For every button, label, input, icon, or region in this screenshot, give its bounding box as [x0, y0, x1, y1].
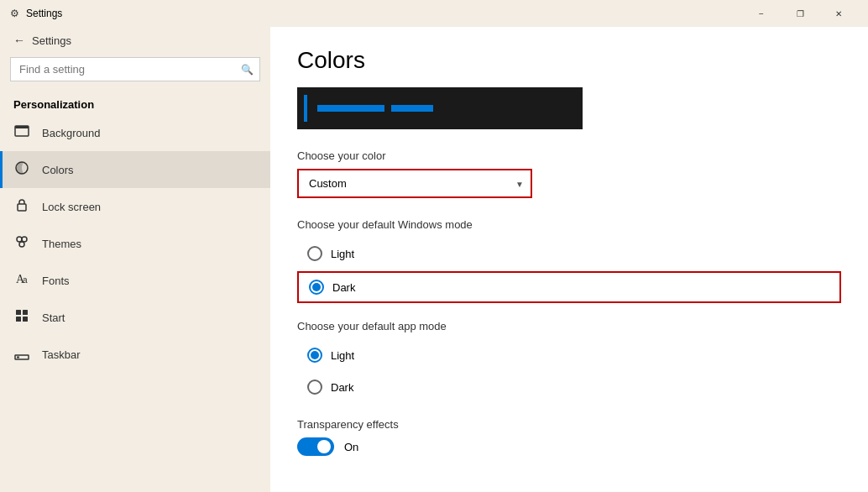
- preview-taskbar2: [391, 105, 433, 112]
- settings-icon: ⚙: [10, 8, 19, 19]
- sidebar-item-colors[interactable]: Colors: [0, 151, 270, 188]
- app-mode-radio-group: Light Dark: [297, 341, 841, 401]
- color-dropdown[interactable]: Custom Light Dark: [297, 169, 532, 198]
- sidebar-item-lock-screen[interactable]: Lock screen: [0, 188, 270, 225]
- windows-dark-option[interactable]: Dark: [297, 271, 841, 303]
- windows-light-option[interactable]: Light: [297, 239, 841, 268]
- lock-screen-icon: [13, 196, 30, 217]
- sidebar: ← Settings 🔍 Personalization Background …: [0, 27, 270, 492]
- svg-rect-14: [17, 357, 19, 359]
- windows-dark-label: Dark: [332, 281, 355, 294]
- svg-rect-10: [23, 310, 28, 315]
- transparency-section: Transparency effects On: [297, 418, 841, 456]
- back-button[interactable]: ← Settings: [0, 27, 270, 54]
- svg-rect-11: [16, 317, 21, 322]
- windows-light-radio[interactable]: [307, 246, 322, 261]
- app-dark-option[interactable]: Dark: [297, 373, 841, 401]
- sidebar-item-start[interactable]: Start: [0, 299, 270, 336]
- svg-point-4: [17, 237, 22, 242]
- windows-dark-radio[interactable]: [309, 280, 324, 295]
- sidebar-item-label: Background: [42, 127, 100, 139]
- minimize-button[interactable]: −: [742, 0, 781, 27]
- window-controls: − ❐ ✕: [742, 0, 858, 27]
- search-icon: 🔍: [241, 64, 254, 76]
- back-arrow-icon: ←: [13, 34, 25, 47]
- app-light-radio[interactable]: [307, 348, 322, 363]
- svg-point-6: [19, 242, 24, 247]
- sidebar-item-fonts[interactable]: Aa Fonts: [0, 262, 270, 299]
- content-area: Colors Choose your color Custom Light Da…: [270, 27, 868, 492]
- sidebar-item-label: Start: [42, 311, 65, 324]
- background-icon: [13, 123, 30, 143]
- sidebar-item-taskbar[interactable]: Taskbar: [0, 336, 270, 373]
- app-mode-label: Choose your default app mode: [297, 320, 841, 332]
- search-input[interactable]: [10, 57, 260, 81]
- app-light-label: Light: [331, 349, 354, 362]
- choose-color-label: Choose your color: [297, 149, 841, 162]
- titlebar-title: Settings: [26, 8, 62, 19]
- sidebar-item-label: Themes: [42, 238, 81, 250]
- themes-icon: [13, 233, 30, 254]
- titlebar: ⚙ Settings − ❐ ✕: [0, 0, 868, 27]
- sidebar-item-label: Taskbar: [42, 348, 81, 361]
- transparency-label: Transparency effects: [297, 418, 841, 431]
- sidebar-item-label: Fonts: [42, 275, 70, 287]
- svg-rect-9: [16, 310, 21, 315]
- sidebar-section-title: Personalization: [0, 92, 270, 114]
- sidebar-item-themes[interactable]: Themes: [0, 225, 270, 262]
- colors-icon: [13, 160, 30, 180]
- sidebar-item-label: Colors: [42, 164, 74, 176]
- search-container: 🔍: [10, 57, 260, 81]
- taskbar-icon: [13, 344, 30, 364]
- transparency-toggle[interactable]: [297, 437, 334, 456]
- preview-taskbar: [317, 105, 384, 112]
- transparency-toggle-state: On: [344, 441, 358, 453]
- start-icon: [13, 307, 30, 327]
- app-body: ← Settings 🔍 Personalization Background …: [0, 27, 868, 492]
- transparency-toggle-row: On: [297, 437, 841, 456]
- back-label: Settings: [32, 34, 71, 47]
- app-light-option[interactable]: Light: [297, 341, 841, 369]
- app-dark-label: Dark: [331, 381, 353, 394]
- svg-point-5: [22, 237, 27, 242]
- svg-text:a: a: [23, 275, 28, 285]
- maximize-button[interactable]: ❐: [781, 0, 819, 27]
- sidebar-item-label: Lock screen: [42, 201, 101, 213]
- windows-mode-radio-group: Light Dark: [297, 239, 841, 303]
- svg-rect-12: [23, 317, 28, 322]
- preview-accent-bar: [304, 95, 307, 122]
- preview-bar: [297, 87, 583, 129]
- color-dropdown-wrapper: Custom Light Dark ▼: [297, 169, 532, 198]
- preview-bar-inner: [297, 95, 583, 122]
- sidebar-item-background[interactable]: Background: [0, 114, 270, 151]
- fonts-icon: Aa: [13, 270, 30, 290]
- svg-rect-1: [15, 126, 29, 128]
- page-title: Colors: [297, 47, 841, 74]
- app-dark-radio[interactable]: [307, 379, 322, 395]
- windows-mode-label: Choose your default Windows mode: [297, 218, 841, 231]
- windows-light-label: Light: [331, 248, 354, 260]
- svg-rect-3: [18, 204, 26, 211]
- close-button[interactable]: ✕: [819, 0, 858, 27]
